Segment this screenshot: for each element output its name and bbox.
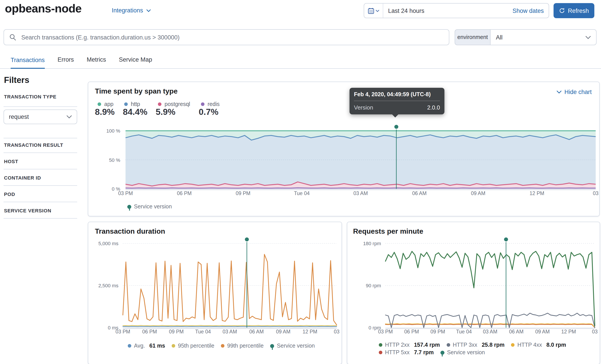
y-axis-labels: 180 rpm90 rpm0 rpm [347,243,383,328]
span-pct-redis: 0.7% [199,107,219,117]
legend-item-app[interactable]: app [98,101,114,107]
legend-dot [124,102,128,106]
chart-title: Time spent by span type [95,87,178,95]
page-title: opbeans-node [5,2,82,16]
divider [4,138,77,138]
transaction-type-select[interactable]: request [4,109,77,124]
chevron-down-icon [146,9,150,12]
refresh-button[interactable]: Refresh [553,3,594,18]
x-axis-labels: 03 PM06 PM09 PMTue 0403 AM06 AM09 AM12 P… [385,329,595,335]
chevron-down-icon [557,90,562,94]
show-dates-link[interactable]: Show dates [512,7,549,14]
legend-label: HTTP 4xx [517,342,542,348]
legend-dot [221,344,225,348]
tooltip-arrow [392,114,398,118]
requests-per-minute-panel: Requests per minute 180 rpm90 rpm0 rpm 0… [347,222,600,364]
legend-dot [201,102,204,106]
filter-transaction-result[interactable]: TRANSACTION RESULT [4,142,80,148]
tab-service-map[interactable]: Service Map [119,56,152,68]
annotation-legend[interactable]: Service version [127,204,172,210]
chevron-down-icon [585,36,591,39]
requests-per-minute-chart[interactable] [385,243,595,328]
hide-chart-link[interactable]: Hide chart [557,89,592,95]
legend-label: postgresql [165,101,190,107]
legend-value: 7.7 rpm [414,349,434,355]
environment-select[interactable]: All [490,29,597,45]
integrations-menu[interactable]: Integrations [112,7,150,14]
chevron-down-icon [67,115,72,118]
span-pct-postgresql: 5.9% [156,107,175,117]
x-axis-labels: 03 PM06 PM09 PMTue 0403 AM06 AM09 AM12 P… [126,191,596,197]
legend-item-redis[interactable]: redis [201,101,220,107]
service-version-pin-icon [441,351,444,354]
date-picker[interactable]: Last 24 hours Show dates [364,3,549,18]
legend-value: 61 ms [150,343,165,349]
tooltip-timestamp: Feb 4, 2020, 04:49:59 (UTC-8) [354,91,440,98]
environment-value: All [496,34,502,40]
divider [4,202,77,202]
tab-transactions[interactable]: Transactions [11,57,45,69]
tooltip-value: 2.0.0 [427,104,440,111]
span-type-chart[interactable] [126,131,596,189]
service-version-pin-icon [270,344,274,348]
y-axis-labels: 100 %50 %0 % [88,131,122,189]
span-type-chart-panel: Time spent by span type Hide chart app h… [88,82,600,216]
search-icon [9,34,16,41]
legend-dot [98,102,101,106]
legend-label: 95th percentile [178,343,214,349]
divider [4,169,77,169]
filters-heading: Filters [4,75,29,85]
divider [354,101,440,101]
hide-chart-label: Hide chart [564,89,592,95]
filter-pod[interactable]: POD [4,192,80,197]
legend-label: Avg. [134,343,145,349]
annotation-legend-label: Service version [134,204,172,210]
legend-label: redis [208,101,220,107]
legend-dot [446,343,450,347]
filter-transaction-type-label: TRANSACTION TYPE [4,94,80,99]
legend-value: 25.8 rpm [482,342,504,348]
time-range-value[interactable]: Last 24 hours [383,7,512,14]
refresh-icon [559,8,565,14]
tab-metrics[interactable]: Metrics [87,56,106,68]
integrations-label: Integrations [112,7,143,14]
legend-item-postgresql[interactable]: postgresql [158,101,190,107]
legend-item-http[interactable]: http [124,101,140,107]
x-axis-labels: 03 PM06 PM09 PMTue 0403 AM06 AM09 AM12 P… [123,329,337,335]
search-bar[interactable] [4,29,449,45]
service-version-pin-icon [127,205,131,209]
tooltip-label: Version [354,104,373,111]
environment-label: environment [455,29,490,45]
legend-label: 99th percentile [227,343,264,349]
legend-label: HTTP 3xx [453,342,477,348]
filter-service-version[interactable]: SERVICE VERSION [4,208,80,213]
divider [4,185,77,186]
annotation-legend-label: Service version [277,343,315,349]
tab-errors[interactable]: Errors [58,56,74,68]
divider [4,106,77,107]
filter-host[interactable]: HOST [4,159,80,164]
transaction-duration-panel: Transaction duration 5,000 ms2,500 ms0 m… [88,222,342,364]
tab-bar: Transactions Errors Metrics Service Map [0,54,601,69]
legend-dot [511,343,515,347]
calendar-quick-select-button[interactable] [364,4,383,18]
legend-label: HTTP 2xx [385,342,410,348]
legend-label: HTTP 5xx [385,349,410,355]
calendar-icon [368,7,374,14]
legend-dot [379,343,382,347]
y-axis-labels: 5,000 ms2,500 ms0 ms [88,243,120,328]
duration-legend[interactable]: Avg. 61 ms 95th percentile 99th percenti… [128,343,315,349]
divider [4,218,77,219]
chart-title: Transaction duration [95,227,165,236]
divider [4,153,77,153]
rpm-legend-row-1[interactable]: HTTP 2xx 157.4 rpm HTTP 3xx 25.8 rpm HTT… [379,342,566,348]
chart-title: Requests per minute [353,227,423,236]
legend-value: 8.0 rpm [546,342,566,348]
span-pct-http: 84.4% [123,107,148,117]
rpm-legend-row-2[interactable]: HTTP 5xx 7.7 rpm Service version [379,349,485,355]
search-input[interactable] [20,33,449,41]
filter-container-id[interactable]: CONTAINER ID [4,175,80,180]
transaction-duration-chart[interactable] [123,243,337,328]
annotation-legend-label: Service version [447,349,485,355]
chart-tooltip: Feb 4, 2020, 04:49:59 (UTC-8) Version 2.… [350,88,444,114]
